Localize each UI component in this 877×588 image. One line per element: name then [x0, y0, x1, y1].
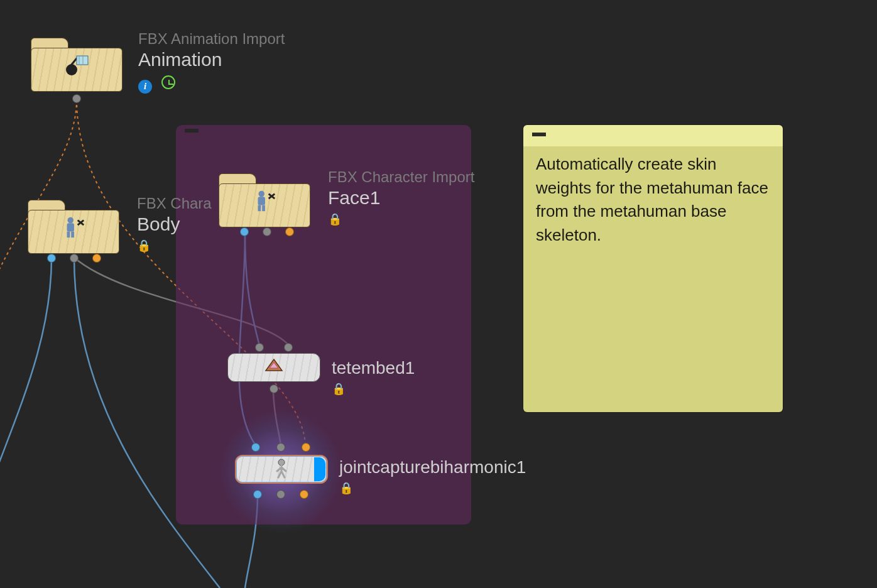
svg-rect-1 — [77, 56, 88, 65]
display-flag[interactable] — [314, 457, 325, 481]
connector-in[interactable] — [284, 343, 293, 352]
node-subtitle: FBX Animation Import — [138, 30, 285, 48]
connector-in[interactable] — [302, 443, 310, 452]
connector-out[interactable] — [270, 384, 278, 393]
connector-out-orange[interactable] — [92, 254, 101, 263]
svg-point-4 — [67, 217, 74, 224]
joint-capture-icon — [271, 457, 292, 481]
node-body[interactable] — [28, 200, 119, 254]
node-face1[interactable] — [219, 173, 310, 227]
svg-rect-5 — [67, 223, 74, 231]
node-title: Face1 — [328, 187, 474, 209]
node-title: tetembed1 — [332, 358, 415, 378]
node-title: jointcapturebiharmonic1 — [339, 457, 526, 477]
svg-rect-11 — [262, 205, 265, 212]
connector-out-blue[interactable] — [47, 254, 56, 263]
tet-embed-icon — [263, 357, 285, 378]
connector-in[interactable] — [251, 443, 260, 452]
connector-in[interactable] — [255, 343, 264, 352]
group-collapse-handle[interactable] — [185, 129, 199, 133]
connector-out[interactable] — [276, 490, 285, 499]
node-subtitle: FBX Chara — [137, 195, 212, 212]
connector-out-orange[interactable] — [285, 227, 294, 236]
node-title: Body — [137, 214, 212, 235]
sticky-note-body[interactable]: Automatically create skin weights for th… — [523, 146, 783, 412]
lock-icon: 🔒 — [332, 382, 415, 396]
svg-rect-6 — [67, 232, 70, 238]
node-animation[interactable] — [31, 38, 123, 92]
node-title: Animation — [138, 49, 285, 70]
lock-icon: 🔒 — [339, 481, 526, 495]
connector-out-gray[interactable] — [70, 254, 79, 263]
svg-point-8 — [258, 191, 264, 197]
fbx-character-icon — [61, 214, 86, 239]
connector-out[interactable] — [253, 490, 262, 499]
node-animation-label: FBX Animation Import Animation i — [138, 30, 285, 94]
connector-out[interactable] — [72, 94, 81, 103]
node-jointcapture-label: jointcapturebiharmonic1 🔒 — [339, 457, 526, 495]
connector-in[interactable] — [276, 443, 285, 452]
node-jointcapturebiharmonic1[interactable] — [235, 455, 328, 484]
fbx-animation-icon — [64, 52, 89, 77]
lock-icon: 🔒 — [328, 212, 474, 226]
svg-rect-7 — [71, 232, 74, 238]
connector-out-gray[interactable] — [263, 227, 271, 236]
svg-rect-10 — [258, 205, 261, 212]
fbx-character-icon — [252, 188, 277, 213]
sticky-note[interactable]: Automatically create skin weights for th… — [523, 125, 783, 412]
connector-out[interactable] — [300, 490, 308, 499]
node-subtitle: FBX Character Import — [328, 168, 474, 186]
node-tetembed1[interactable] — [227, 353, 320, 382]
sticky-collapse-handle[interactable] — [532, 133, 546, 136]
svg-rect-9 — [258, 197, 265, 205]
node-tetembed1-label: tetembed1 🔒 — [332, 358, 415, 396]
connector-out-blue[interactable] — [240, 227, 249, 236]
sticky-note-header[interactable] — [523, 125, 783, 146]
node-face1-label: FBX Character Import Face1 🔒 — [328, 168, 474, 226]
info-badge-icon[interactable]: i — [138, 80, 152, 94]
node-body-label: FBX Chara Body 🔒 — [137, 195, 212, 253]
lock-icon: 🔒 — [137, 239, 212, 253]
time-badge-icon[interactable] — [161, 75, 175, 89]
